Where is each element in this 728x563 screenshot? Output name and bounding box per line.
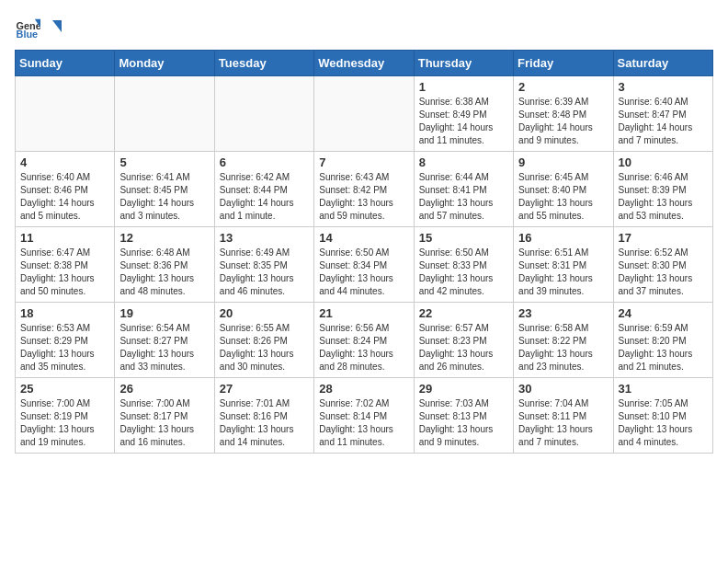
day-number: 11 <box>20 231 109 245</box>
day-info: Sunrise: 7:02 AM Sunset: 8:14 PM Dayligh… <box>319 397 408 449</box>
day-info: Sunrise: 6:55 AM Sunset: 8:26 PM Dayligh… <box>220 322 309 373</box>
calendar-cell: 1Sunrise: 6:38 AM Sunset: 8:49 PM Daylig… <box>414 76 513 152</box>
calendar-cell: 19Sunrise: 6:54 AM Sunset: 8:27 PM Dayli… <box>115 303 214 378</box>
day-info: Sunrise: 6:57 AM Sunset: 8:23 PM Dayligh… <box>419 322 508 373</box>
day-info: Sunrise: 6:50 AM Sunset: 8:34 PM Dayligh… <box>319 247 408 298</box>
day-number: 16 <box>518 231 608 245</box>
day-info: Sunrise: 6:48 AM Sunset: 8:36 PM Dayligh… <box>119 247 209 298</box>
calendar-cell: 8Sunrise: 6:44 AM Sunset: 8:41 PM Daylig… <box>414 152 513 227</box>
day-number: 13 <box>220 231 309 245</box>
day-number: 30 <box>518 382 608 396</box>
day-number: 10 <box>619 155 708 169</box>
calendar-cell: 12Sunrise: 6:48 AM Sunset: 8:36 PM Dayli… <box>115 227 214 303</box>
day-number: 1 <box>419 80 508 94</box>
calendar-cell: 22Sunrise: 6:57 AM Sunset: 8:23 PM Dayli… <box>414 303 513 378</box>
day-info: Sunrise: 6:41 AM Sunset: 8:45 PM Dayligh… <box>119 171 209 223</box>
day-number: 27 <box>220 382 309 396</box>
day-number: 9 <box>518 155 608 169</box>
day-number: 19 <box>119 306 209 320</box>
calendar-cell: 16Sunrise: 6:51 AM Sunset: 8:31 PM Dayli… <box>514 227 613 303</box>
logo-icon: General Blue <box>15 15 40 40</box>
days-header-row: SundayMondayTuesdayWednesdayThursdayFrid… <box>16 51 713 76</box>
header-tuesday: Tuesday <box>214 51 313 76</box>
week-row-4: 18Sunrise: 6:53 AM Sunset: 8:29 PM Dayli… <box>16 303 713 378</box>
day-info: Sunrise: 7:00 AM Sunset: 8:17 PM Dayligh… <box>119 397 209 449</box>
day-info: Sunrise: 6:58 AM Sunset: 8:22 PM Dayligh… <box>518 322 608 373</box>
week-row-5: 25Sunrise: 7:00 AM Sunset: 8:19 PM Dayli… <box>16 378 713 454</box>
day-info: Sunrise: 6:43 AM Sunset: 8:42 PM Dayligh… <box>319 171 408 223</box>
day-number: 3 <box>619 80 708 94</box>
calendar-cell: 9Sunrise: 6:45 AM Sunset: 8:40 PM Daylig… <box>514 152 613 227</box>
calendar-cell: 25Sunrise: 7:00 AM Sunset: 8:19 PM Dayli… <box>16 378 115 454</box>
day-info: Sunrise: 6:39 AM Sunset: 8:48 PM Dayligh… <box>518 96 608 147</box>
calendar-cell: 6Sunrise: 6:42 AM Sunset: 8:44 PM Daylig… <box>214 152 313 227</box>
calendar-cell: 5Sunrise: 6:41 AM Sunset: 8:45 PM Daylig… <box>115 152 214 227</box>
day-number: 7 <box>319 155 408 169</box>
header: General Blue <box>15 15 713 40</box>
header-wednesday: Wednesday <box>314 51 414 76</box>
calendar-cell <box>16 76 115 152</box>
day-info: Sunrise: 6:50 AM Sunset: 8:33 PM Dayligh… <box>419 247 508 298</box>
day-number: 6 <box>220 155 309 169</box>
day-info: Sunrise: 7:04 AM Sunset: 8:11 PM Dayligh… <box>518 397 608 449</box>
day-info: Sunrise: 6:52 AM Sunset: 8:30 PM Dayligh… <box>619 247 708 298</box>
calendar-cell <box>314 76 414 152</box>
day-number: 26 <box>119 382 209 396</box>
calendar-cell: 10Sunrise: 6:46 AM Sunset: 8:39 PM Dayli… <box>613 152 712 227</box>
day-number: 15 <box>419 231 508 245</box>
day-info: Sunrise: 6:42 AM Sunset: 8:44 PM Dayligh… <box>220 171 309 223</box>
day-number: 29 <box>419 382 508 396</box>
calendar-cell: 15Sunrise: 6:50 AM Sunset: 8:33 PM Dayli… <box>414 227 513 303</box>
day-info: Sunrise: 6:40 AM Sunset: 8:47 PM Dayligh… <box>619 96 708 147</box>
calendar-cell: 7Sunrise: 6:43 AM Sunset: 8:42 PM Daylig… <box>314 152 414 227</box>
calendar-cell: 13Sunrise: 6:49 AM Sunset: 8:35 PM Dayli… <box>214 227 313 303</box>
header-sunday: Sunday <box>16 51 115 76</box>
day-info: Sunrise: 6:59 AM Sunset: 8:20 PM Dayligh… <box>619 322 708 373</box>
calendar-cell: 2Sunrise: 6:39 AM Sunset: 8:48 PM Daylig… <box>514 76 613 152</box>
week-row-3: 11Sunrise: 6:47 AM Sunset: 8:38 PM Dayli… <box>16 227 713 303</box>
day-info: Sunrise: 6:47 AM Sunset: 8:38 PM Dayligh… <box>20 247 109 298</box>
calendar-cell: 30Sunrise: 7:04 AM Sunset: 8:11 PM Dayli… <box>514 378 613 454</box>
day-number: 17 <box>619 231 708 245</box>
day-info: Sunrise: 6:46 AM Sunset: 8:39 PM Dayligh… <box>619 171 708 223</box>
day-number: 31 <box>619 382 708 396</box>
calendar-cell: 17Sunrise: 6:52 AM Sunset: 8:30 PM Dayli… <box>613 227 712 303</box>
header-friday: Friday <box>514 51 613 76</box>
day-number: 20 <box>220 306 309 320</box>
calendar-cell: 28Sunrise: 7:02 AM Sunset: 8:14 PM Dayli… <box>314 378 414 454</box>
calendar-cell: 26Sunrise: 7:00 AM Sunset: 8:17 PM Dayli… <box>115 378 214 454</box>
header-saturday: Saturday <box>613 51 712 76</box>
calendar-cell: 18Sunrise: 6:53 AM Sunset: 8:29 PM Dayli… <box>16 303 115 378</box>
calendar-table: SundayMondayTuesdayWednesdayThursdayFrid… <box>15 50 713 454</box>
header-thursday: Thursday <box>414 51 513 76</box>
day-info: Sunrise: 6:51 AM Sunset: 8:31 PM Dayligh… <box>518 247 608 298</box>
svg-marker-3 <box>52 20 62 32</box>
day-info: Sunrise: 7:01 AM Sunset: 8:16 PM Dayligh… <box>220 397 309 449</box>
day-info: Sunrise: 7:03 AM Sunset: 8:13 PM Dayligh… <box>419 397 508 449</box>
day-number: 14 <box>319 231 408 245</box>
day-number: 24 <box>619 306 708 320</box>
day-number: 8 <box>419 155 508 169</box>
calendar-cell: 31Sunrise: 7:05 AM Sunset: 8:10 PM Dayli… <box>613 378 712 454</box>
calendar-cell: 24Sunrise: 6:59 AM Sunset: 8:20 PM Dayli… <box>613 303 712 378</box>
week-row-2: 4Sunrise: 6:40 AM Sunset: 8:46 PM Daylig… <box>16 152 713 227</box>
calendar-cell <box>214 76 313 152</box>
day-number: 23 <box>518 306 608 320</box>
day-number: 5 <box>119 155 209 169</box>
calendar-cell: 21Sunrise: 6:56 AM Sunset: 8:24 PM Dayli… <box>314 303 414 378</box>
day-info: Sunrise: 6:49 AM Sunset: 8:35 PM Dayligh… <box>220 247 309 298</box>
day-number: 12 <box>119 231 209 245</box>
day-info: Sunrise: 6:45 AM Sunset: 8:40 PM Dayligh… <box>518 171 608 223</box>
day-number: 28 <box>319 382 408 396</box>
calendar-cell: 27Sunrise: 7:01 AM Sunset: 8:16 PM Dayli… <box>214 378 313 454</box>
calendar-cell: 4Sunrise: 6:40 AM Sunset: 8:46 PM Daylig… <box>16 152 115 227</box>
calendar-cell <box>115 76 214 152</box>
day-info: Sunrise: 7:00 AM Sunset: 8:19 PM Dayligh… <box>20 397 109 449</box>
logo: General Blue <box>15 15 63 40</box>
calendar-cell: 20Sunrise: 6:55 AM Sunset: 8:26 PM Dayli… <box>214 303 313 378</box>
calendar-cell: 29Sunrise: 7:03 AM Sunset: 8:13 PM Dayli… <box>414 378 513 454</box>
svg-text:Blue: Blue <box>17 29 39 40</box>
calendar-cell: 14Sunrise: 6:50 AM Sunset: 8:34 PM Dayli… <box>314 227 414 303</box>
day-number: 4 <box>20 155 109 169</box>
day-info: Sunrise: 6:56 AM Sunset: 8:24 PM Dayligh… <box>319 322 408 373</box>
